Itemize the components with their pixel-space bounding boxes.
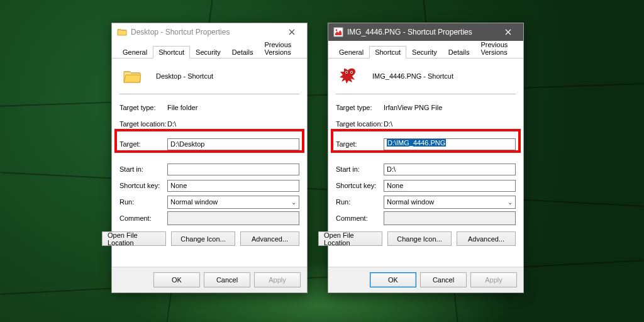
target-input[interactable] <box>167 138 299 150</box>
label-target-location: Target location: <box>336 120 384 128</box>
tab-shortcut[interactable]: Shortcut <box>369 46 406 58</box>
change-icon-button[interactable]: Change Icon... <box>171 231 235 246</box>
apply-button[interactable]: Apply <box>254 272 301 287</box>
advanced-button[interactable]: Advanced... <box>457 231 516 246</box>
label-shortcut-key: Shortcut key: <box>336 182 384 189</box>
shortcut-key-input[interactable] <box>384 180 516 192</box>
dialog-footer: OK Cancel Apply <box>112 267 307 292</box>
dialog-footer: OK Cancel Apply <box>328 267 523 292</box>
value-target-location: D:\ <box>384 120 392 128</box>
tab-details[interactable]: Details <box>443 46 475 58</box>
label-target-type: Target type: <box>119 104 167 111</box>
label-start-in: Start in: <box>119 165 167 173</box>
value-target-type: IrfanView PNG File <box>384 104 442 111</box>
tab-security[interactable]: Security <box>190 46 226 58</box>
run-select-value: Normal window <box>170 198 218 206</box>
chevron-down-icon: ⌄ <box>508 199 513 206</box>
label-shortcut-key: Shortcut key: <box>119 182 167 189</box>
tab-shortcut[interactable]: Shortcut <box>153 46 190 58</box>
shortcut-name: IMG_4446.PNG - Shortcut <box>372 72 453 80</box>
comment-input[interactable] <box>167 211 299 225</box>
change-icon-button[interactable]: Change Icon... <box>387 231 452 246</box>
tabstrip: General Shortcut Security Details Previo… <box>112 41 307 58</box>
target-input[interactable]: D:\IMG_4446.PNG <box>384 138 516 150</box>
label-run: Run: <box>336 198 384 206</box>
properties-dialog-right: IMG_4446.PNG - Shortcut Properties Gener… <box>328 23 524 293</box>
close-icon <box>289 29 295 35</box>
label-target-type: Target type: <box>336 104 384 111</box>
tab-previous-versions[interactable]: Previous Versions <box>258 38 303 58</box>
apply-button[interactable]: Apply <box>470 272 517 287</box>
svg-point-5 <box>351 72 352 73</box>
advanced-button[interactable]: Advanced... <box>240 231 299 246</box>
ok-button[interactable]: OK <box>153 272 200 287</box>
value-target-type: File folder <box>167 104 197 111</box>
label-comment: Comment: <box>119 214 167 222</box>
cancel-button[interactable]: Cancel <box>204 272 250 287</box>
comment-input[interactable] <box>384 211 516 225</box>
folder-icon <box>122 66 142 86</box>
ok-button[interactable]: OK <box>370 272 416 287</box>
tab-previous-versions[interactable]: Previous Versions <box>475 38 519 58</box>
label-target-location: Target location: <box>119 120 167 128</box>
open-file-location-button[interactable]: Open File Location <box>102 231 166 246</box>
desktop-wallpaper <box>0 0 644 322</box>
tabstrip: General Shortcut Security Details Previo… <box>328 41 523 58</box>
run-select[interactable]: Normal window ⌄ <box>384 196 516 209</box>
window-title: Desktop - Shortcut Properties <box>131 28 279 36</box>
start-in-input[interactable] <box>167 164 299 175</box>
window-title: IMG_4446.PNG - Shortcut Properties <box>347 28 496 36</box>
chevron-down-icon: ⌄ <box>291 199 296 206</box>
svg-point-1 <box>336 30 338 31</box>
value-target-location: D:\ <box>167 120 176 128</box>
svg-point-3 <box>346 72 347 73</box>
label-start-in: Start in: <box>336 165 384 173</box>
properties-dialog-left: Desktop - Shortcut Properties General Sh… <box>111 23 308 293</box>
tab-security[interactable]: Security <box>406 46 443 58</box>
run-select-value: Normal window <box>387 198 434 206</box>
tab-general[interactable]: General <box>333 46 369 58</box>
close-icon <box>505 29 511 35</box>
folder-shortcut-icon <box>117 27 127 37</box>
start-in-input[interactable] <box>384 164 516 175</box>
irfanview-icon <box>338 66 358 86</box>
open-file-location-button[interactable]: Open File Location <box>318 231 382 246</box>
tab-details[interactable]: Details <box>226 46 259 58</box>
cancel-button[interactable]: Cancel <box>420 272 467 287</box>
label-comment: Comment: <box>336 214 384 222</box>
shortcut-key-input[interactable] <box>167 180 299 192</box>
label-target: Target: <box>336 140 384 148</box>
label-run: Run: <box>119 198 167 206</box>
label-target: Target: <box>119 140 167 148</box>
target-input-selection: D:\IMG_4446.PNG <box>387 139 446 147</box>
image-file-icon <box>333 27 343 37</box>
shortcut-name: Desktop - Shortcut <box>156 72 213 80</box>
run-select[interactable]: Normal window ⌄ <box>167 196 299 209</box>
tab-general[interactable]: General <box>117 46 153 58</box>
